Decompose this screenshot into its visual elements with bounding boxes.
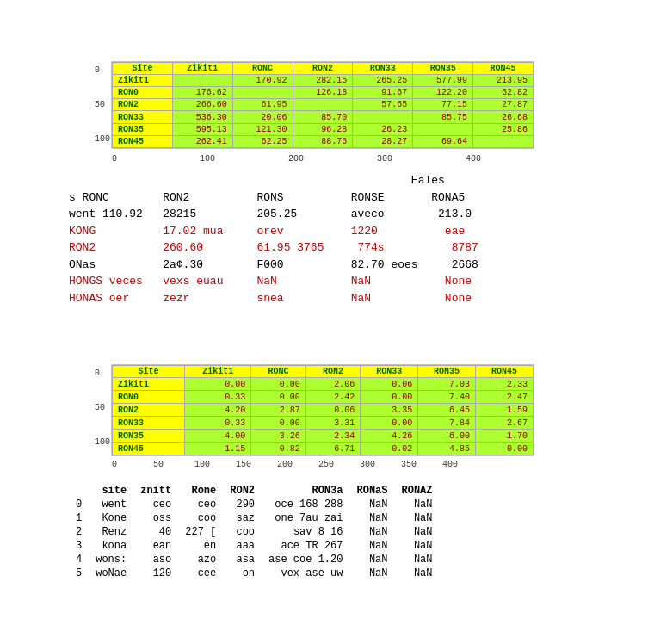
df-header-3: Rone [178,484,223,498]
df-cell-r3-c1: kona [89,539,133,553]
df-cell-r2-c5: sav 8 16 [262,525,349,539]
chart1-th-ron33: RON33 [353,63,413,75]
chart1-cell-r3-c4 [353,111,413,123]
df-cell-r3-c7: NaN [395,539,440,553]
dataframe-table: siteznittRoneRON2RON3aRONaSRONAZ 0wentce… [69,484,440,580]
df-header-1: site [89,484,133,498]
chart2-cell-r2-c5: 6.45 [418,404,476,417]
chart2-xlabel-350: 350 [401,460,417,469]
chart2-cell-r4-c4: 4.26 [361,430,418,443]
chart2-cell-r5-c5: 4.85 [418,443,476,455]
chart1-cell-r4-c4: 26.23 [353,123,413,135]
df-header-7: RONAZ [395,484,440,498]
chart2-xlabel-0: 0 [112,460,117,469]
text-output-line: went 110.92 28215 205.25 aveco 213.0 [69,206,648,223]
chart2-cell-r5-c3: 6.71 [305,443,360,455]
chart2-cell-r5-c4: 0.02 [361,443,418,455]
df-cell-r2-c7: NaN [395,525,440,539]
chart2-svg: 0 50 100 Site Zikit1 RONC RON2 [95,313,594,477]
chart1-cell-r0-c6: 213.95 [473,75,534,87]
df-cell-r1-c6: NaN [349,511,394,525]
chart1-ylabel-50: 50 [95,100,105,109]
df-cell-r2-c6: NaN [349,525,394,539]
chart2-cell-r5-c1: 1.15 [185,443,251,455]
chart2-cell-r2-c1: 4.20 [185,404,251,417]
chart2-xlabel-300: 300 [360,460,375,469]
df-cell-r1-c7: NaN [395,511,440,525]
chart1-cell-r5-c5: 69.64 [413,135,473,147]
chart1-cell-r0-c5: 577.99 [413,75,473,87]
df-cell-r5-c3: cee [178,567,223,580]
chart1-cell-r2-c6: 27.87 [473,99,534,111]
chart1-cell-r4-c3: 96.28 [293,123,353,135]
df-cell-r3-c6: NaN [349,539,394,553]
chart1-cell-r4-c1: 595.13 [172,123,232,135]
chart1-ylabel-0: 0 [95,65,100,75]
chart1-th-zikit1: Zikit1 [172,63,232,75]
chart1-cell-r2-c5: 77.15 [413,99,473,111]
cell-content: 0 50 100 Site Zikit1 RO [69,3,648,584]
chart2-cell-r4-c2: 3.26 [251,430,305,443]
df-cell-r4-c0: 4 [69,553,89,567]
chart2-cell-r2-c2: 2.87 [251,404,305,417]
chart2-cell-r5-c0: RON45 [113,443,185,455]
df-cell-r3-c3: en [178,539,223,553]
chart1-cell-r4-c6: 25.86 [473,123,534,135]
df-cell-r5-c0: 5 [69,567,89,580]
chart2-cell-r1-c2: 0.00 [251,391,305,404]
df-cell-r1-c1: Kone [89,511,133,525]
chart2-th-ronc: RONC [251,366,305,378]
chart2-th-ron45: RON45 [476,366,534,378]
chart2-ylabel-0: 0 [95,368,100,378]
chart2-cell-r0-c5: 7.03 [418,378,476,391]
chart2-th-ron2: RON2 [305,366,360,378]
df-cell-r1-c3: coo [178,511,223,525]
text-output-line: RON2 260.60 61.95 3765 774s 8787 [69,239,648,257]
df-cell-r5-c6: NaN [349,567,394,580]
chart2-cell-r3-c2: 0.00 [251,417,305,430]
chart1-cell-r4-c2: 121.30 [232,123,293,135]
chart1-cell-r1-c2 [232,87,293,99]
chart2-cell-r2-c0: RON2 [113,404,185,417]
chart2-cell-r2-c3: 0.06 [305,404,360,417]
df-cell-r4-c2: aso [133,553,178,567]
df-row-0: 0wentceoceo290oce 168 288NaNNaN [69,498,440,511]
df-cell-r5-c1: woNae [89,567,133,580]
df-cell-r5-c7: NaN [395,567,440,580]
chart2-cell-r5-c6: 0.00 [476,443,534,455]
chart2-th-zikit1: Zikit1 [185,366,251,378]
chart2-th-ron35: RON35 [418,366,476,378]
chart2-cell-r1-c0: RON0 [113,391,185,404]
chart2-xlabel-50: 50 [153,460,164,469]
df-cell-r4-c5: ase coe 1.20 [262,553,349,567]
chart1-cell-r3-c6: 26.68 [473,111,534,123]
chart1-cell-r1-c0: RON0 [113,87,173,99]
df-cell-r4-c7: NaN [395,553,440,567]
chart2-cell-r0-c4: 0.06 [361,378,418,391]
df-cell-r3-c4: aaa [223,539,262,553]
df-cell-r2-c2: 40 [133,525,178,539]
df-header-2: znitt [133,484,178,498]
chart2-cell-r0-c6: 2.33 [476,378,534,391]
df-cell-r1-c5: one 7au zai [262,511,349,525]
chart2-cell-r2-c6: 1.59 [476,404,534,417]
chart2-cell-r3-c4: 0.00 [361,417,418,430]
chart2-cell-r3-c5: 7.84 [418,417,476,430]
df-cell-r4-c1: wons: [89,553,133,567]
chart1-cell-r1-c1: 176.62 [172,87,232,99]
chart1-cell-r0-c4: 265.25 [353,75,413,87]
chart2-cell-r1-c4: 0.00 [361,391,418,404]
text-output-line: Eales [69,172,648,189]
chart2-cell-r3-c0: RON33 [113,417,185,430]
notebook-cell-10: 0 50 100 Site Zikit1 RO [0,0,648,587]
df-cell-r5-c4: on [223,567,262,580]
chart2-th-ron33: RON33 [361,366,418,378]
chart1-cell-r3-c0: RON33 [113,111,173,123]
chart2-xlabel-200: 200 [277,460,293,469]
chart1-th-ron35: RON35 [413,63,473,75]
df-row-3: 3konaeanenaaaace TR 267NaNNaN [69,539,440,553]
chart2-cell-r0-c3: 2.06 [305,378,360,391]
df-cell-r2-c0: 2 [69,525,89,539]
chart1-cell-r5-c6 [473,135,534,147]
dataframe-container: siteznittRoneRON2RON3aRONaSRONAZ 0wentce… [69,484,648,580]
